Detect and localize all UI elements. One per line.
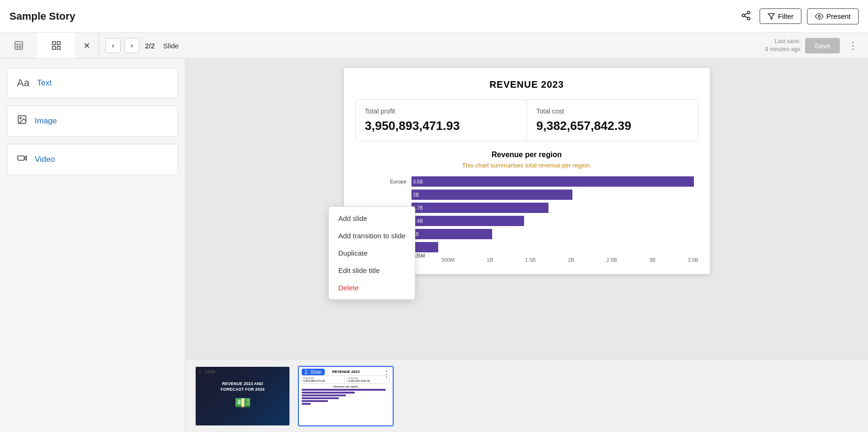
svg-rect-13 bbox=[57, 42, 60, 45]
image-icon bbox=[17, 114, 27, 128]
context-menu-item-delete[interactable]: Delete bbox=[329, 279, 415, 296]
sidebar-item-text-label: Text bbox=[37, 78, 52, 88]
svg-rect-12 bbox=[53, 42, 55, 45]
more-options-button[interactable]: ⋮ bbox=[845, 38, 861, 53]
svg-rect-14 bbox=[53, 46, 55, 49]
grid-view-button[interactable] bbox=[38, 33, 75, 58]
sidebar-item-image[interactable]: Image bbox=[7, 106, 178, 136]
toolbar: ‹ › 2/2 Slide Last save: 9 minutes ago S… bbox=[0, 33, 868, 59]
filter-label: Filter bbox=[778, 12, 793, 20]
context-menu-item-edit-title[interactable]: Edit slide title bbox=[329, 262, 415, 279]
save-button[interactable]: Save bbox=[805, 38, 840, 53]
filter-button[interactable]: Filter bbox=[760, 8, 801, 24]
sidebar-item-text[interactable]: Aa Text bbox=[7, 68, 178, 98]
context-menu-item-add-transition[interactable]: Add transition to slide bbox=[329, 227, 415, 244]
thumb1-image: 💵 bbox=[235, 395, 251, 410]
content-area: REVENUE 2023 Total profit 3,950,893,471.… bbox=[185, 59, 868, 432]
total-cost-value: 9,382,657,842.39 bbox=[536, 119, 689, 133]
sidebar: Aa Text Image Video bbox=[0, 59, 185, 432]
total-cost-label: Total cost bbox=[536, 107, 689, 115]
sidebar-item-video-label: Video bbox=[35, 155, 55, 164]
toolbar-right-end: Last save: 9 minutes ago Save ⋮ bbox=[765, 38, 861, 53]
slide-thumb-2-badge: 2. Slide bbox=[302, 369, 325, 375]
thumb2-bars: Revenue per region bbox=[302, 385, 390, 405]
thumb2-metric1: Total profit 3,950,893,471.93 bbox=[302, 375, 345, 384]
total-profit-box: Total profit 3,950,893,471.93 bbox=[356, 100, 527, 141]
bar-row: 2B bbox=[360, 189, 694, 200]
slide-title: REVENUE 2023 bbox=[355, 79, 699, 90]
context-menu: Add slideAdd transition to slideDuplicat… bbox=[328, 206, 415, 300]
svg-rect-15 bbox=[57, 46, 60, 49]
svg-line-4 bbox=[745, 13, 747, 15]
metrics-row: Total profit 3,950,893,471.93 Total cost… bbox=[355, 99, 699, 141]
total-profit-label: Total profit bbox=[365, 107, 518, 115]
slide-thumb-more-button[interactable]: ⋮ bbox=[382, 369, 391, 379]
svg-point-19 bbox=[20, 117, 21, 119]
total-cost-box: Total cost 9,382,657,842.39 bbox=[527, 100, 698, 141]
toolbar-left bbox=[0, 33, 99, 58]
chart-view-button[interactable] bbox=[0, 33, 38, 58]
svg-marker-5 bbox=[768, 14, 774, 19]
svg-point-0 bbox=[747, 11, 750, 14]
thumb1-title: REVENUE 2023 ANDFORECAST FOR 2024 bbox=[221, 381, 265, 392]
svg-line-3 bbox=[745, 16, 747, 18]
app-header: Sample Story Filter Present bbox=[0, 0, 868, 33]
bar-row: Europe3.5B bbox=[360, 176, 694, 187]
close-button[interactable] bbox=[75, 33, 99, 58]
svg-point-6 bbox=[818, 15, 821, 17]
context-menu-item-add-slide[interactable]: Add slide bbox=[329, 210, 415, 227]
toolbar-right: ‹ › 2/2 Slide Last save: 9 minutes ago S… bbox=[99, 38, 868, 53]
last-save-text: Last save: 9 minutes ago bbox=[765, 38, 800, 53]
svg-rect-20 bbox=[18, 156, 24, 160]
header-actions: Filter Present bbox=[738, 8, 859, 25]
slide-canvas-area: REVENUE 2023 Total profit 3,950,893,471.… bbox=[185, 59, 868, 359]
prev-slide-button[interactable]: ‹ bbox=[106, 38, 121, 53]
filmstrip: REVENUE 2023 ANDFORECAST FOR 2024 💵 1. S… bbox=[185, 359, 868, 432]
present-button[interactable]: Present bbox=[807, 8, 859, 24]
slide-thumb-1-label: 1. Slide bbox=[198, 369, 216, 374]
app-title: Sample Story bbox=[9, 10, 76, 23]
text-icon: Aa bbox=[17, 77, 30, 89]
chart-title: Revenue per region bbox=[355, 151, 699, 159]
next-slide-button[interactable]: › bbox=[124, 38, 139, 53]
svg-point-1 bbox=[742, 14, 745, 17]
context-menu-item-duplicate[interactable]: Duplicate bbox=[329, 244, 415, 262]
share-button[interactable] bbox=[738, 8, 754, 25]
slide-thumb-2[interactable]: REVENUE 2023 Total profit 3,950,893,471.… bbox=[298, 366, 394, 426]
present-label: Present bbox=[826, 12, 851, 20]
sidebar-item-video[interactable]: Video bbox=[7, 144, 178, 175]
slide-label: Slide bbox=[163, 42, 179, 50]
chart-subtitle: This chart summarises total revenue per … bbox=[355, 162, 699, 169]
sidebar-item-image-label: Image bbox=[35, 116, 57, 126]
svg-point-2 bbox=[747, 17, 750, 20]
svg-rect-7 bbox=[15, 42, 23, 50]
main-area: Aa Text Image Video bbox=[0, 59, 868, 432]
slide-thumb-1[interactable]: REVENUE 2023 ANDFORECAST FOR 2024 💵 1. S… bbox=[195, 366, 290, 426]
total-profit-value: 3,950,893,471.93 bbox=[365, 119, 518, 133]
video-icon bbox=[17, 153, 27, 166]
slide-indicator: 2/2 bbox=[145, 42, 155, 50]
